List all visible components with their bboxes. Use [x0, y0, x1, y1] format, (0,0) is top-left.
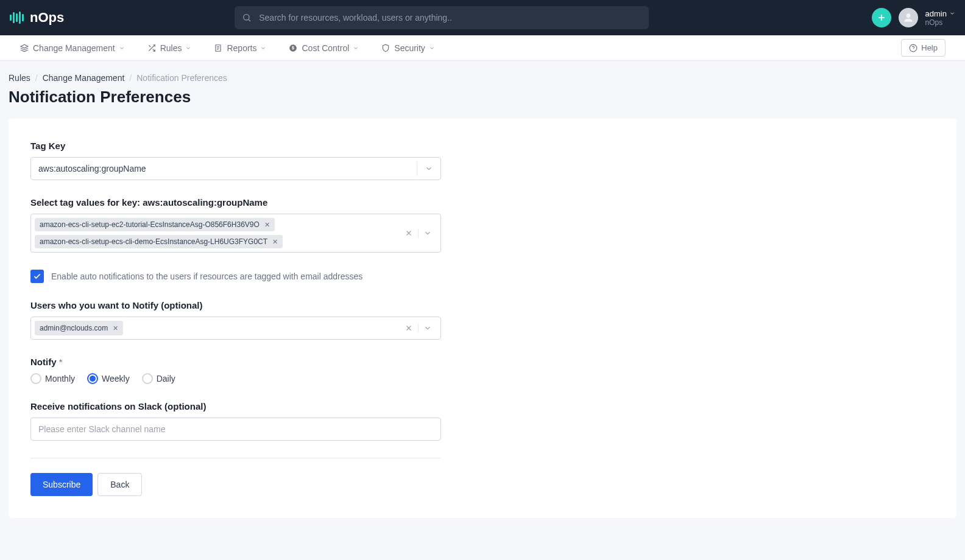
radio-icon	[87, 373, 98, 384]
file-icon	[213, 43, 223, 53]
search-wrap	[235, 6, 649, 29]
field-tag-key: Tag Key aws:autoscaling:groupName	[30, 141, 441, 180]
search-icon	[242, 13, 252, 23]
tag-values-select[interactable]: amazon-ecs-cli-setup-ec2-tutorial-EcsIns…	[30, 214, 441, 253]
logo[interactable]: nOps	[10, 10, 64, 26]
chevron-down-icon	[185, 45, 191, 51]
field-users: Users who you want to Notify (optional) …	[30, 300, 441, 340]
clear-all-icon[interactable]	[400, 324, 418, 332]
shuffle-icon	[147, 43, 157, 53]
chevron-down-icon	[353, 45, 359, 51]
top-header: nOps admin nOps	[0, 0, 965, 35]
tag-chip: amazon-ecs-cli-setup-ecs-cli-demo-EcsIns…	[35, 235, 283, 248]
divider	[30, 458, 441, 458]
chevron-down-icon	[119, 45, 125, 51]
add-button[interactable]	[872, 8, 891, 27]
nav-label: Change Management	[33, 43, 115, 53]
chevron-down-icon[interactable]	[422, 164, 436, 173]
users-label: Users who you want to Notify (optional)	[30, 300, 441, 310]
tag-remove-icon[interactable]: ✕	[264, 221, 270, 229]
nav-label: Security	[394, 43, 425, 53]
form-card: Tag Key aws:autoscaling:groupName Select…	[9, 119, 956, 518]
shield-icon	[381, 43, 391, 53]
svg-text:$: $	[292, 46, 295, 51]
chevron-down-icon	[949, 10, 955, 16]
nav-label: Reports	[227, 43, 256, 53]
tag-chip: admin@nclouds.com ✕	[35, 321, 123, 335]
tag-chip: amazon-ecs-cli-setup-ec2-tutorial-EcsIns…	[35, 218, 275, 231]
user-name: admin	[925, 9, 947, 18]
auto-notify-label: Enable auto notifications to the users i…	[51, 271, 362, 281]
tag-chip-label: amazon-ecs-cli-setup-ec2-tutorial-EcsIns…	[40, 220, 260, 229]
chevron-down-icon	[429, 45, 435, 51]
radio-icon	[30, 373, 41, 384]
logo-bars-icon	[10, 12, 24, 24]
breadcrumb: Rules / Change Management / Notification…	[9, 73, 956, 83]
nav-cost-control[interactable]: $ Cost Control	[288, 43, 359, 53]
svg-point-4	[906, 13, 910, 18]
breadcrumb-sep: /	[35, 73, 38, 83]
breadcrumb-link-rules[interactable]: Rules	[9, 73, 30, 83]
svg-line-8	[149, 45, 150, 47]
tag-key-value: aws:autoscaling:groupName	[31, 159, 417, 178]
tag-remove-icon[interactable]: ✕	[113, 324, 118, 332]
radio-monthly[interactable]: Monthly	[30, 373, 75, 384]
frequency-label: Notify *	[30, 357, 441, 367]
field-tag-values: Select tag values for key: aws:autoscali…	[30, 197, 441, 253]
tag-key-label: Tag Key	[30, 141, 441, 151]
svg-marker-5	[21, 44, 28, 48]
slack-label: Receive notifications on Slack (optional…	[30, 401, 441, 411]
dollar-icon: $	[288, 43, 298, 53]
tag-remove-icon[interactable]: ✕	[272, 238, 278, 246]
nav-reports[interactable]: Reports	[213, 43, 266, 53]
users-chips: admin@nclouds.com ✕	[35, 321, 400, 335]
back-button[interactable]: Back	[97, 473, 142, 496]
logo-text: nOps	[30, 10, 64, 26]
nav-change-management[interactable]: Change Management	[19, 43, 125, 53]
tag-chip-label: admin@nclouds.com	[40, 324, 108, 332]
chevron-down-icon[interactable]	[423, 324, 432, 332]
search-input[interactable]	[235, 6, 649, 29]
header-right: admin nOps	[872, 8, 955, 27]
radio-label: Daily	[157, 374, 175, 383]
field-auto-notify: Enable auto notifications to the users i…	[30, 270, 441, 283]
action-row: Subscribe Back	[30, 473, 441, 496]
radio-weekly[interactable]: Weekly	[87, 373, 130, 384]
frequency-radio-group: Monthly Weekly Daily	[30, 373, 441, 384]
user-icon	[902, 12, 914, 24]
content: Rules / Change Management / Notification…	[0, 61, 965, 530]
chevron-down-icon	[260, 45, 266, 51]
user-org: nOps	[925, 18, 955, 27]
secondary-nav: Change Management Rules Reports $ Cost C…	[0, 35, 965, 61]
breadcrumb-link-change-management[interactable]: Change Management	[43, 73, 125, 83]
check-icon	[33, 272, 41, 281]
radio-label: Monthly	[45, 374, 75, 383]
svg-line-1	[249, 19, 250, 21]
nav-label: Cost Control	[302, 43, 349, 53]
field-slack: Receive notifications on Slack (optional…	[30, 401, 441, 441]
breadcrumb-current: Notification Preferences	[136, 73, 227, 83]
tag-values-label: Select tag values for key: aws:autoscali…	[30, 197, 441, 208]
slack-input[interactable]	[30, 418, 441, 441]
chevron-down-icon[interactable]	[423, 229, 432, 237]
help-icon	[909, 44, 917, 52]
subscribe-button[interactable]: Subscribe	[30, 473, 93, 496]
radio-label: Weekly	[102, 374, 130, 383]
clear-all-icon[interactable]	[400, 229, 418, 237]
help-label: Help	[921, 43, 938, 52]
breadcrumb-sep: /	[129, 73, 132, 83]
tag-values-chips: amazon-ecs-cli-setup-ec2-tutorial-EcsIns…	[35, 218, 400, 248]
users-select[interactable]: admin@nclouds.com ✕	[30, 317, 441, 340]
help-button[interactable]: Help	[901, 39, 946, 57]
page-title: Notification Preferences	[9, 88, 956, 107]
layers-icon	[19, 43, 29, 53]
field-frequency: Notify * Monthly Weekly Daily	[30, 357, 441, 384]
avatar[interactable]	[899, 8, 918, 27]
user-menu[interactable]: admin nOps	[925, 9, 955, 27]
radio-daily[interactable]: Daily	[142, 373, 175, 384]
nav-security[interactable]: Security	[381, 43, 435, 53]
tag-key-select[interactable]: aws:autoscaling:groupName	[30, 157, 441, 180]
plus-icon	[877, 13, 886, 23]
auto-notify-checkbox[interactable]	[30, 270, 44, 283]
nav-rules[interactable]: Rules	[147, 43, 192, 53]
